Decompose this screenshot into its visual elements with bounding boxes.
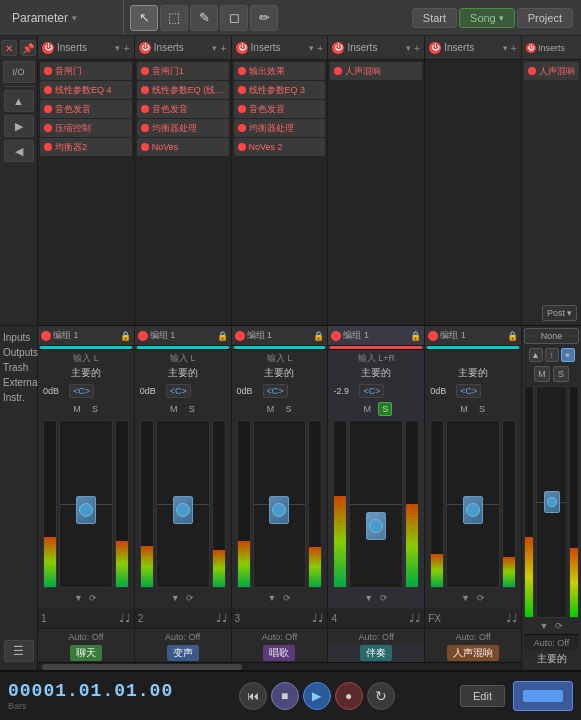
left-nav-playbwd[interactable]: ◀ [4,140,34,162]
lock-icon-2[interactable]: 🔒 [217,331,228,341]
pan-btn-1[interactable]: <C> [69,384,94,398]
insert-item[interactable]: 线性参数EQ 3 [234,81,326,99]
loop-button[interactable]: ↻ [367,682,395,710]
pencil-tool[interactable]: ✎ [190,5,218,31]
group-power-4[interactable] [331,331,341,341]
horizontal-scrollbar[interactable] [38,662,521,670]
post-dropdown[interactable]: Post ▾ [542,305,577,321]
group-power-2[interactable] [138,331,148,341]
pointer-tool[interactable]: ↖ [130,5,158,31]
lock-icon-1[interactable]: 🔒 [120,331,131,341]
fader-handle-1[interactable] [76,496,96,524]
clock-icon-5[interactable]: ⟳ [475,592,487,604]
insert-item[interactable]: 音闸门 [40,62,132,80]
right-none-dropdown[interactable]: None [524,328,579,344]
right-mute-btn[interactable]: M [534,366,550,382]
sidebar-outputs[interactable]: Outputs [0,345,37,360]
ch-name-bottom-2[interactable]: 变声 [135,644,231,662]
volume-val-5[interactable]: 0dB [430,386,454,396]
project-button[interactable]: Project [517,8,573,28]
mute-btn-3[interactable]: M [263,402,277,416]
song-button[interactable]: Song ▾ [459,8,515,28]
ch-name-tag-4[interactable]: 伴奏 [360,645,392,661]
right-solo-btn[interactable]: S [553,366,569,382]
clock-icon-4[interactable]: ⟳ [378,592,390,604]
right-insert-power[interactable]: ⏻ [526,43,536,53]
right-fader-track[interactable] [536,386,567,618]
edit-button[interactable]: Edit [460,685,505,707]
ch-name-tag-3[interactable]: 唱歌 [263,645,295,661]
insert-power-4[interactable]: ⏻ [332,42,344,54]
stop-button[interactable]: ■ [271,682,299,710]
sidebar-instr[interactable]: Instr. [0,390,37,405]
solo-btn-5[interactable]: S [475,402,489,416]
insert-arrow-2[interactable]: ▾ [212,43,217,53]
clock-icon-3[interactable]: ⟳ [281,592,293,604]
pan-btn-5[interactable]: <C> [456,384,481,398]
insert-arrow-3[interactable]: ▾ [309,43,314,53]
sidebar-trash[interactable]: Trash [0,360,37,375]
down-icon-4[interactable]: ▼ [363,592,375,604]
lock-icon-5[interactable]: 🔒 [507,331,518,341]
insert-power-2[interactable]: ⏻ [139,42,151,54]
insert-item[interactable]: 输出效果 [234,62,326,80]
sidebar-external[interactable]: External [0,375,37,390]
down-icon-2[interactable]: ▼ [169,592,181,604]
group-power-1[interactable] [41,331,51,341]
fader-handle-5[interactable] [463,496,483,524]
right-small-btn-toggle[interactable]: ● [561,348,575,362]
beats-icon-1[interactable]: ♩♩ [119,611,131,625]
fader-handle-2[interactable] [173,496,193,524]
lock-icon-3[interactable]: 🔒 [313,331,324,341]
down-icon-3[interactable]: ▼ [266,592,278,604]
pan-btn-2[interactable]: <C> [166,384,191,398]
right-fader-handle[interactable] [544,491,560,513]
insert-arrow-5[interactable]: ▾ [503,43,508,53]
insert-item[interactable]: 压缩控制 [40,119,132,137]
right-insert-item[interactable]: 人声混响 [524,62,579,80]
mute-btn-4[interactable]: M [360,402,374,416]
insert-item[interactable]: 均衡器处理 [234,119,326,137]
beats-icon-2[interactable]: ♩♩ [216,611,228,625]
insert-item[interactable]: 均衡器2 [40,138,132,156]
insert-power-5[interactable]: ⏻ [429,42,441,54]
group-power-5[interactable] [428,331,438,341]
io-button[interactable]: I/O [3,61,35,83]
clock-icon-1[interactable]: ⟳ [87,592,99,604]
ch-name-tag-5[interactable]: 人声混响 [447,645,499,661]
pin-icon[interactable]: 📌 [20,40,36,56]
right-small-btn-1[interactable]: ▲ [529,348,543,362]
down-icon-5[interactable]: ▼ [460,592,472,604]
insert-power-3[interactable]: ⏻ [236,42,248,54]
sidebar-inputs[interactable]: Inputs [0,330,37,345]
insert-item[interactable]: NoVes 2 [234,138,326,156]
insert-item[interactable]: 音闸门1 [137,62,229,80]
ch-name-tag-1[interactable]: 聊天 [70,645,102,661]
right-clock-icon[interactable]: ⟳ [553,620,565,632]
mute-btn-2[interactable]: M [167,402,181,416]
left-nav-playfwd[interactable]: ▶ [4,115,34,137]
record-button[interactable]: ● [335,682,363,710]
select-tool[interactable]: ⬚ [160,5,188,31]
eraser-tool[interactable]: ◻ [220,5,248,31]
pan-btn-3[interactable]: <C> [263,384,288,398]
volume-val-2[interactable]: 0dB [140,386,164,396]
insert-item[interactable]: 线性参数EQ (线性参数EQ) [137,81,229,99]
volume-val-3[interactable]: 0dB [237,386,261,396]
insert-item[interactable]: NoVes [137,138,229,156]
fader-track-3[interactable] [253,420,307,588]
ch-name-bottom-1[interactable]: 聊天 [38,644,134,662]
insert-arrow-1[interactable]: ▾ [115,43,120,53]
group-power-3[interactable] [235,331,245,341]
solo-btn-2[interactable]: S [185,402,199,416]
solo-btn-3[interactable]: S [281,402,295,416]
play-button[interactable]: ▶ [303,682,331,710]
insert-plus-1[interactable]: + [123,42,129,54]
volume-val-1[interactable]: 0dB [43,386,67,396]
left-nav-up[interactable]: ▲ [4,90,34,112]
lock-icon-4[interactable]: 🔒 [410,331,421,341]
ch-name-bottom-3[interactable]: 唱歌 [232,644,328,662]
insert-item[interactable]: 线性参数EQ 4 [40,81,132,99]
solo-btn-4[interactable]: S [378,402,392,416]
clock-icon-2[interactable]: ⟳ [184,592,196,604]
